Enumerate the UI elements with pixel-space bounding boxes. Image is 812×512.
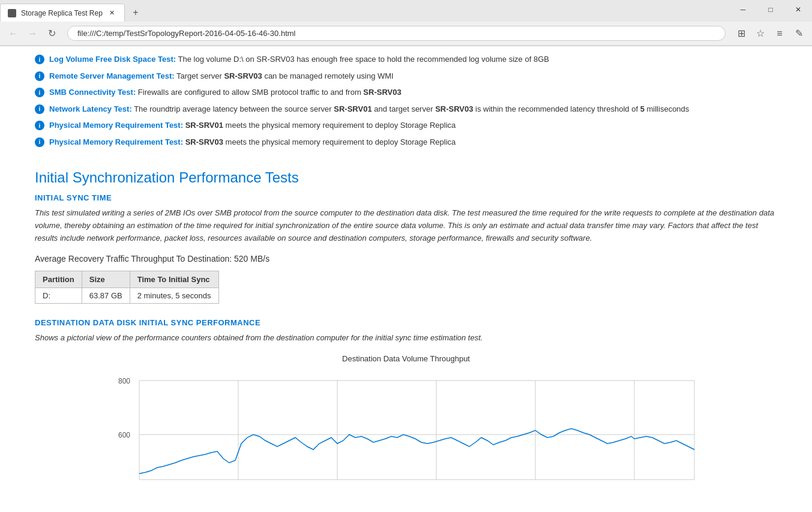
smb-bold1: SR-SRV03 — [363, 88, 401, 97]
info-icon-6: i — [35, 137, 44, 147]
info-item-latency: i Network Latency Test: The roundtrip av… — [35, 101, 777, 118]
chart-line — [139, 429, 694, 474]
smb-label[interactable]: SMB Connectivity Test: — [49, 88, 136, 97]
info-item-memory2: i Physical Memory Requirement Test: SR-S… — [35, 134, 777, 151]
refresh-button[interactable]: ↻ — [43, 25, 60, 42]
section-heading: Initial Synchronization Performance Test… — [35, 169, 777, 186]
description1-text: This test simulated writing a series of … — [35, 207, 777, 244]
info-icon-1: i — [35, 55, 44, 64]
log-volume-text: The log volume D:\ on SR-SRV03 has enoug… — [178, 55, 549, 64]
info-item-smb: i SMB Connectivity Test: Firewalls are c… — [35, 84, 777, 101]
maximize-button[interactable]: □ — [757, 0, 784, 19]
latency-bold1: SR-SRV01 — [334, 104, 371, 113]
subsection2-heading: DESTINATION DATA DISK INITIAL SYNC PERFO… — [35, 318, 777, 327]
table-header-row: Partition Size Time To Initial Sync — [35, 271, 219, 288]
cell-partition: D: — [35, 288, 82, 304]
latency-bold3: 5 — [640, 104, 645, 113]
menu-button[interactable]: ≡ — [771, 25, 788, 42]
subsection1-heading: INITIAL SYNC TIME — [35, 193, 777, 202]
memory2-bold1: SR-SRV03 — [185, 137, 223, 146]
tab-favicon — [8, 9, 16, 17]
info-icon-4: i — [35, 104, 44, 114]
dev-tools-button[interactable]: ✎ — [790, 25, 807, 42]
remote-mgmt-bold1: SR-SRV03 — [224, 71, 262, 80]
latency-bold2: SR-SRV03 — [435, 104, 473, 113]
address-text: file:///C:/temp/TestSrTopologyReport-201… — [77, 29, 715, 38]
memory1-label[interactable]: Physical Memory Requirement Test: — [49, 121, 183, 130]
info-item-remote-mgmt: i Remote Server Management Test: Target … — [35, 68, 777, 85]
info-icon-5: i — [35, 121, 44, 130]
close-button[interactable]: ✕ — [784, 0, 812, 19]
remote-mgmt-label[interactable]: Remote Server Management Test: — [49, 71, 175, 80]
log-volume-label[interactable]: Log Volume Free Disk Space Test: — [49, 55, 176, 64]
page-content: i Log Volume Free Disk Space Test: The l… — [0, 46, 812, 512]
new-tab-button[interactable]: + — [127, 4, 144, 21]
memory1-bold1: SR-SRV01 — [185, 121, 223, 130]
cell-time: 2 minutes, 5 seconds — [130, 288, 218, 304]
reading-mode-button[interactable]: ⊞ — [733, 25, 750, 42]
svg-text:800: 800 — [118, 377, 130, 385]
chart-title: Destination Data Volume Throughput — [35, 354, 777, 363]
col-header-partition: Partition — [35, 271, 82, 288]
back-button[interactable]: ← — [5, 25, 22, 42]
col-header-size: Size — [82, 271, 130, 288]
favorites-button[interactable]: ☆ — [752, 25, 769, 42]
memory2-label[interactable]: Physical Memory Requirement Test: — [49, 137, 183, 146]
cell-size: 63.87 GB — [82, 288, 130, 304]
avg-throughput-text: Average Recovery Traffic Throughput To D… — [35, 254, 777, 264]
info-item-memory1: i Physical Memory Requirement Test: SR-S… — [35, 117, 777, 134]
col-header-time: Time To Initial Sync — [130, 271, 218, 288]
svg-text:600: 600 — [118, 431, 130, 439]
table-row: D: 63.87 GB 2 minutes, 5 seconds — [35, 288, 219, 304]
tab-close-button[interactable]: ✕ — [107, 8, 117, 18]
forward-button[interactable]: → — [24, 25, 41, 42]
info-icon-3: i — [35, 88, 44, 97]
info-item-log-volume: i Log Volume Free Disk Space Test: The l… — [35, 51, 777, 68]
latency-label[interactable]: Network Latency Test: — [49, 104, 132, 113]
tab-title: Storage Replica Test Rep — [21, 9, 103, 17]
sync-table: Partition Size Time To Initial Sync D: 6… — [35, 271, 219, 304]
address-bar[interactable]: file:///C:/temp/TestSrTopologyReport-201… — [67, 26, 726, 41]
minimize-button[interactable]: ─ — [729, 0, 757, 19]
description2-text: Shows a pictorial view of the performanc… — [35, 332, 777, 345]
info-items-section: i Log Volume Free Disk Space Test: The l… — [35, 46, 777, 157]
chart-svg: 800 600 — [112, 366, 700, 486]
info-icon-2: i — [35, 71, 44, 81]
chart-section: Destination Data Volume Throughput 800 6… — [35, 354, 777, 486]
browser-tab[interactable]: Storage Replica Test Rep ✕ — [0, 4, 125, 22]
